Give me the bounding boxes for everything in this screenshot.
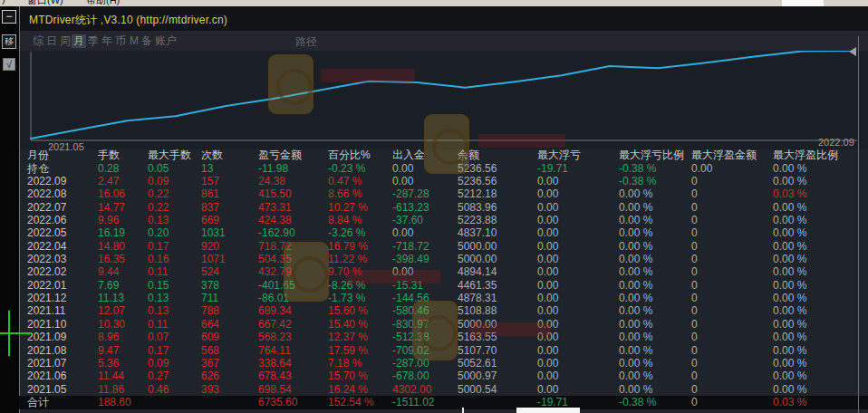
tab-yearly[interactable]: 年 bbox=[100, 34, 114, 48]
table-cell: 2.47 bbox=[98, 175, 119, 188]
table-cell: 10.27 % bbox=[328, 201, 368, 215]
table-row[interactable]: 2022.0316.350.161071504.3511.22 %-398.49… bbox=[19, 253, 868, 266]
column-header: 月份 bbox=[27, 149, 49, 162]
table-cell: 7.18 % bbox=[328, 357, 362, 370]
tab-summary[interactable]: 综 bbox=[31, 34, 45, 48]
tab-account[interactable]: 账户 bbox=[153, 34, 178, 48]
table-row[interactable]: 2022.0816.060.22861415.508.66 %-287.2852… bbox=[19, 187, 868, 201]
table-cell: 0.00 % bbox=[619, 292, 652, 305]
table-row[interactable]: 2022.017.690.15378-401.65-8.26 %-15.3144… bbox=[19, 279, 868, 293]
table-cell: 11.44 bbox=[98, 370, 124, 383]
tab-monthly[interactable]: 月 bbox=[72, 34, 86, 48]
table-cell: 0.00 bbox=[537, 357, 558, 370]
tab-daily[interactable]: 日 bbox=[44, 34, 59, 48]
table-row[interactable]: 2022.0414.800.17920718.7216.79 %-718.725… bbox=[19, 240, 868, 254]
table-cell: 2022.07 bbox=[27, 201, 66, 215]
table-cell: 678.43 bbox=[258, 370, 292, 383]
watermark-badge bbox=[412, 301, 458, 360]
table-cell: 2021.06 bbox=[27, 370, 66, 383]
table-row[interactable]: 2022.029.440.11524432.799.70 %0.004894.1… bbox=[19, 265, 868, 279]
table-row[interactable]: 2022.0714.770.22837473.3110.27 %-613.235… bbox=[19, 201, 868, 215]
table-row[interactable]: 2021.0611.440.27626678.4315.70 %-678.005… bbox=[19, 370, 868, 383]
menu-item-window[interactable]: 窗口(W) bbox=[27, 0, 63, 6]
table-cell: 2022.06 bbox=[27, 214, 66, 227]
table-cell: 4461.35 bbox=[458, 279, 497, 293]
table-cell: 5236.56 bbox=[458, 175, 497, 188]
table-cell: 2021.05 bbox=[27, 383, 66, 397]
table-cell: 689.34 bbox=[258, 304, 292, 318]
table-row[interactable]: 2022.092.470.0915724.380.47 %0.005236.56… bbox=[19, 175, 868, 188]
column-header: 手数 bbox=[98, 149, 120, 162]
table-cell: 持仓 bbox=[27, 162, 49, 176]
column-header: 出入金 bbox=[392, 149, 425, 162]
table-cell: 0.00 bbox=[537, 292, 558, 305]
table-cell: -613.23 bbox=[392, 201, 429, 215]
column-header: 最大浮盈比例 bbox=[773, 149, 838, 162]
table-row[interactable]: 2021.0511.860.46393698.5416.24 %4302.005… bbox=[19, 383, 868, 397]
table-cell: 424.38 bbox=[258, 214, 292, 227]
table-cell: 5000.54 bbox=[458, 383, 497, 397]
table-cell: 1031 bbox=[201, 226, 226, 240]
tab-weekly[interactable]: 周 bbox=[58, 34, 72, 48]
table-cell: 626 bbox=[201, 370, 219, 383]
path-label[interactable]: 路径 bbox=[295, 34, 317, 50]
table-cell: 0.00 bbox=[537, 187, 558, 201]
table-cell: 0.00 bbox=[537, 265, 558, 279]
table-total-row[interactable]: 合计188.606735.60152.54 %-1511.02-19.71-0.… bbox=[19, 396, 868, 409]
table-cell: 0.05 bbox=[148, 162, 169, 176]
table-cell: 0.00 bbox=[392, 175, 413, 188]
table-cell: 4302.00 bbox=[392, 383, 431, 397]
bottom-artifact bbox=[462, 408, 464, 413]
check-button[interactable]: √ bbox=[3, 58, 15, 71]
watermark-badge bbox=[284, 242, 329, 302]
table-cell: 0.11 bbox=[148, 265, 168, 279]
column-header: 最大手数 bbox=[148, 149, 191, 162]
table-cell: 664 bbox=[201, 318, 219, 331]
move-button[interactable]: 移 bbox=[2, 34, 16, 49]
table-cell: 0.00 bbox=[392, 162, 413, 176]
table-cell: 0.27 bbox=[148, 370, 169, 383]
table-cell: 0.15 bbox=[148, 279, 169, 293]
table-cell: 861 bbox=[201, 187, 219, 201]
menu-item-help[interactable]: 帮助(H) bbox=[86, 0, 120, 6]
watermark-text bbox=[346, 270, 440, 283]
watermark-text bbox=[469, 322, 551, 336]
table-cell: 7.69 bbox=[98, 279, 119, 293]
table-cell: 0.00 bbox=[537, 226, 558, 240]
bottom-artifact bbox=[516, 408, 580, 413]
table-cell: 0.00 bbox=[537, 370, 558, 383]
table-cell: 152.54 % bbox=[328, 396, 374, 409]
table-cell: 2022.03 bbox=[27, 253, 66, 266]
table-cell: 11.22 % bbox=[328, 253, 367, 266]
table-cell: 367 bbox=[201, 357, 219, 370]
table-cell: 157 bbox=[201, 175, 219, 188]
table-cell: 0.00 bbox=[537, 304, 558, 318]
tab-notes[interactable]: 备 bbox=[140, 34, 154, 48]
table-cell: 13 bbox=[201, 162, 213, 176]
table-cell: 0.00 % bbox=[773, 201, 806, 215]
table-cell: 0.00 bbox=[537, 279, 558, 293]
table-cell: 16.35 bbox=[98, 253, 125, 266]
table-cell: 14.77 bbox=[98, 201, 125, 215]
table-row[interactable]: 2022.069.960.13669424.388.84 %-37.605223… bbox=[19, 214, 868, 227]
tab-m[interactable]: M bbox=[128, 34, 140, 48]
table-cell: 0.46 bbox=[148, 383, 169, 397]
table-cell: 0.00 % bbox=[773, 214, 806, 227]
table-row[interactable]: 2022.0516.190.201031-162.90-3.26 %0.0048… bbox=[19, 226, 868, 240]
watermark-text bbox=[478, 134, 565, 148]
table-cell: 0 bbox=[691, 279, 698, 293]
table-cell: 2021.10 bbox=[27, 318, 66, 331]
tab-currency[interactable]: 币 bbox=[113, 34, 128, 48]
table-cell: 16.24 % bbox=[328, 383, 368, 397]
tab-quarterly[interactable]: 季 bbox=[86, 34, 101, 48]
table-cell: 837 bbox=[201, 201, 219, 215]
table-cell: 0.00 bbox=[537, 253, 558, 266]
table-cell: 0 bbox=[691, 331, 698, 344]
table-cell: 0.22 bbox=[148, 201, 169, 215]
window-right-border bbox=[858, 36, 859, 413]
table-cell: 669 bbox=[201, 214, 219, 227]
table-cell: -3.26 % bbox=[328, 226, 365, 240]
minimize-button[interactable]: − bbox=[2, 10, 16, 24]
table-cell: 0.00 % bbox=[773, 175, 806, 188]
table-cell: 0.00 % bbox=[619, 383, 652, 397]
